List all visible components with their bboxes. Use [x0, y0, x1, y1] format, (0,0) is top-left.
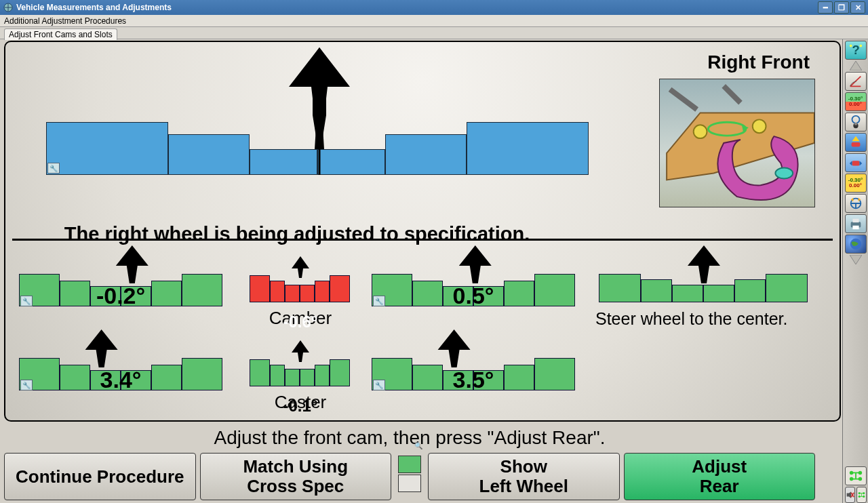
svg-point-20	[852, 116, 859, 123]
svg-point-18	[859, 45, 862, 47]
svg-point-4	[753, 119, 766, 133]
svg-marker-27	[859, 161, 862, 165]
side-tool-values-2[interactable]: -0.30° 0.00°	[845, 174, 867, 193]
svg-rect-25	[852, 161, 859, 165]
svg-rect-23	[851, 142, 860, 146]
wrench-icon: 🔧	[47, 163, 60, 174]
svg-point-3	[694, 125, 707, 138]
caster-right-value: 3.5°	[372, 367, 575, 393]
scroll-up-icon[interactable]	[850, 61, 862, 71]
gauge-camber-cross: -0.6° Camber	[250, 263, 351, 329]
main-panel-frame: Right Front	[4, 41, 841, 422]
instruction-text: Adjust the front cam, then press "Adjust…	[4, 427, 815, 450]
tab-adjust-front-cams[interactable]: Adjust Front Cams and Slots	[4, 28, 117, 40]
main-adjustment-gauge: 🔧	[46, 121, 592, 175]
caster-left-value: 3.4°	[19, 367, 222, 393]
divider	[12, 239, 833, 241]
adjust-rear-button[interactable]: Adjust Rear	[624, 453, 816, 500]
svg-marker-19	[850, 61, 862, 71]
gauge-caster-cross: -0.1° Caster	[250, 347, 351, 413]
suspension-3d-image	[659, 79, 815, 207]
wheel-position-label: Right Front	[707, 52, 810, 73]
maximize-button[interactable]: ❐	[834, 1, 849, 14]
svg-marker-24	[852, 136, 859, 141]
close-button[interactable]: ✕	[850, 1, 865, 14]
camber-right-value: 0.5°	[372, 283, 575, 309]
adjustment-message: The right wheel is being adjusted to spe…	[26, 223, 568, 245]
indicator-arrow-main	[285, 47, 353, 149]
side-tool-wheel[interactable]	[845, 113, 867, 132]
svg-marker-35	[850, 255, 862, 264]
tab-row: Adjust Front Cams and Slots	[0, 27, 868, 39]
gauge-steer	[599, 247, 809, 302]
side-tool-car-width[interactable]	[845, 153, 867, 172]
menubar-item-additional[interactable]: Additional Adjustment Procedures	[0, 15, 868, 27]
svg-rect-22	[854, 123, 857, 125]
svg-point-2	[775, 168, 793, 179]
swatch-grey[interactable]	[398, 475, 421, 492]
gauge-camber-left: 🔧 -0.2°	[19, 247, 222, 306]
svg-rect-32	[852, 219, 859, 223]
side-tool-values-1[interactable]: -0.30° 0.00°	[845, 92, 867, 111]
window-titlebar: Vehicle Measurements and Adjustments ━ ❐…	[0, 0, 868, 15]
zoom-icon: 🔍	[414, 442, 422, 449]
side-toolbar: ? -0.30° 0.00° -0.30° 0.00°	[842, 39, 868, 503]
gauge-caster-left: 🔧 3.4°	[19, 331, 222, 390]
camber-cross-value: -0.6°	[250, 313, 351, 331]
side-tool-axle-small[interactable]	[856, 487, 867, 503]
show-left-wheel-button[interactable]: Show Left Wheel	[428, 453, 620, 500]
swatch-green[interactable]	[398, 456, 421, 473]
side-tool-angle[interactable]	[845, 72, 867, 91]
match-cross-spec-button[interactable]: Match Using Cross Spec	[200, 453, 392, 500]
caster-cross-value: -0.1°	[250, 397, 351, 416]
continue-procedure-button[interactable]: Continue Procedure	[4, 453, 196, 500]
mute-icon[interactable]	[845, 487, 855, 503]
gauge-caster-right: 🔧 3.5°	[372, 331, 575, 390]
svg-marker-26	[849, 161, 852, 165]
gauge-camber-right: 🔧 0.5°	[372, 247, 575, 306]
scroll-down-icon[interactable]	[850, 255, 862, 264]
svg-text:?: ?	[852, 43, 859, 57]
side-tool-steering[interactable]	[845, 194, 867, 213]
svg-marker-40	[846, 491, 851, 498]
steer-message: Steer wheel to the center.	[595, 309, 788, 329]
camber-left-value: -0.2°	[19, 283, 222, 309]
spec-color-toggle[interactable]: 🔍	[395, 453, 424, 500]
svg-point-17	[849, 45, 852, 47]
side-tool-globe[interactable]	[845, 235, 867, 254]
side-tool-printer[interactable]	[845, 214, 867, 233]
app-icon	[3, 2, 14, 13]
help-button[interactable]: ?	[845, 41, 867, 60]
side-tool-car-up[interactable]	[845, 133, 867, 152]
minimize-button[interactable]: ━	[818, 1, 833, 14]
window-title: Vehicle Measurements and Adjustments	[16, 3, 818, 12]
svg-marker-8	[289, 47, 350, 149]
svg-rect-33	[852, 226, 859, 230]
side-tool-axle-green[interactable]	[845, 466, 867, 485]
